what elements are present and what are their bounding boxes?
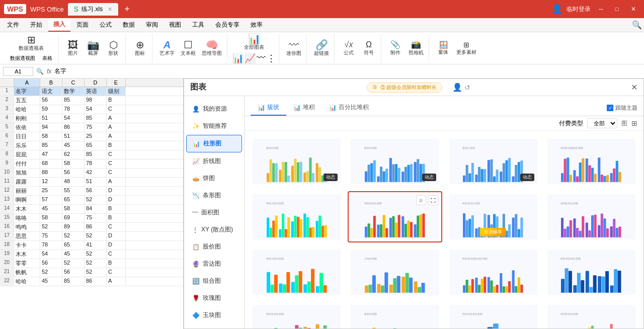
nav-rose-chart[interactable]: 🌹 玫瑰图 bbox=[186, 290, 242, 306]
nav-scatter-chart[interactable]: ⋮ XY (散点图) bbox=[186, 221, 242, 238]
cell[interactable]: 56 bbox=[40, 259, 62, 268]
cell[interactable]: 依依 bbox=[14, 123, 40, 132]
cell[interactable]: 25 bbox=[40, 187, 62, 195]
cell[interactable]: 85 bbox=[40, 141, 62, 150]
cell[interactable]: 哈哈 bbox=[14, 105, 40, 114]
cell[interactable]: D bbox=[107, 241, 126, 250]
cell[interactable]: B bbox=[107, 259, 126, 268]
cell[interactable]: 帆帆 bbox=[14, 268, 40, 277]
cell[interactable]: 85 bbox=[62, 96, 85, 105]
table-row[interactable]: 2五五568598B bbox=[0, 96, 183, 105]
cell[interactable]: 露露 bbox=[14, 178, 40, 186]
table-row[interactable]: 16鸣鸣528986C bbox=[0, 223, 183, 232]
cell[interactable]: 57 bbox=[40, 196, 62, 204]
cell[interactable]: 45 bbox=[40, 277, 62, 286]
art-text-btn[interactable]: A 艺术字 bbox=[157, 39, 177, 58]
cell[interactable]: 思思 bbox=[14, 232, 40, 240]
tab-start[interactable]: 开始 bbox=[25, 19, 47, 31]
chart-thumbnail[interactable]: 商务活泼柱形图 bbox=[250, 246, 344, 298]
cell[interactable]: 刚刚 bbox=[14, 114, 40, 123]
payment-type-select[interactable]: 全部 免费 付费 bbox=[587, 118, 617, 128]
cell[interactable]: 45 bbox=[62, 250, 85, 259]
search-icon[interactable]: 🔍 bbox=[632, 20, 642, 30]
cell[interactable]: 51 bbox=[40, 114, 62, 123]
chart-thumbnail[interactable]: 商务蓝色柱形图会员畅享 bbox=[446, 191, 540, 242]
table-row[interactable]: 11露露124851A bbox=[0, 178, 183, 187]
tab-file[interactable]: 文件 bbox=[2, 19, 24, 31]
nav-stock-chart[interactable]: 📋 股价图 bbox=[186, 238, 242, 255]
chart-grid-area[interactable]: 簇状柱形图动态簇状柱形图动态簇状柱形图动态渐变彩色簇状柱形图商务活泼柱形图商务彩… bbox=[245, 131, 643, 328]
panel-close-btn[interactable]: ✕ bbox=[631, 83, 637, 92]
cell[interactable]: 56 bbox=[62, 169, 85, 177]
cell[interactable]: 85 bbox=[62, 277, 85, 286]
icon-btn[interactable]: ⊕ 图标 bbox=[131, 39, 149, 58]
chart-thumbnail[interactable]: 商务彩虹柱形图 ☆ ⛶ bbox=[348, 191, 442, 242]
cell[interactable]: 59 bbox=[40, 105, 62, 114]
cell[interactable]: 52 bbox=[40, 268, 62, 277]
cell[interactable]: 卡卡 bbox=[14, 241, 40, 250]
minimize-btn[interactable]: ─ bbox=[595, 6, 607, 13]
cell[interactable]: C bbox=[107, 268, 126, 277]
tab-tools[interactable]: 工具 bbox=[187, 19, 209, 31]
cell[interactable]: 乐乐 bbox=[14, 141, 40, 150]
vip-banner[interactable]: ⑤ ⑤ 超级会员限时加赠时长 bbox=[367, 83, 443, 93]
chart-thumbnail[interactable]: 素材柱形图 bbox=[348, 302, 442, 328]
table-row[interactable]: 13啊啊576552D bbox=[0, 196, 183, 205]
col-header-c[interactable]: C bbox=[62, 78, 85, 87]
formula-input[interactable] bbox=[54, 68, 641, 75]
cell[interactable]: 咯咯 bbox=[14, 214, 40, 222]
cell[interactable]: 56 bbox=[40, 96, 62, 105]
nav-combo-chart[interactable]: 🔢 组合图 bbox=[186, 273, 242, 289]
nav-pie-chart[interactable]: 🥧 饼图 bbox=[186, 170, 242, 187]
cell[interactable]: 86 bbox=[62, 123, 85, 132]
cell[interactable]: 94 bbox=[40, 123, 62, 132]
cell[interactable]: 68 bbox=[40, 159, 62, 168]
table-row[interactable]: 12丽丽255556D bbox=[0, 187, 183, 196]
user-label[interactable]: 临时登录 bbox=[567, 5, 591, 14]
cell[interactable]: 屁屁 bbox=[14, 150, 40, 159]
cell[interactable]: A bbox=[107, 114, 126, 123]
cell[interactable]: C bbox=[107, 159, 126, 168]
more-materials-btn[interactable]: ⊞ 更多素材 bbox=[454, 40, 478, 57]
cell[interactable]: 45 bbox=[62, 141, 85, 150]
table-row[interactable]: 20零零565252B bbox=[0, 259, 183, 268]
close-btn[interactable]: ✕ bbox=[627, 6, 640, 13]
cell[interactable]: 51 bbox=[85, 178, 107, 186]
cell[interactable]: C bbox=[107, 150, 126, 159]
chart-thumbnail[interactable]: 簇状柱形图动态 bbox=[348, 136, 442, 187]
chart-thumbnail[interactable]: 渐变彩色簇状柱形图 bbox=[544, 136, 638, 187]
chart-thumbnail[interactable]: 渐变彩色柱形图 bbox=[544, 191, 638, 242]
nav-bar-horiz[interactable]: 📉 条形图 bbox=[186, 187, 242, 204]
cell[interactable]: 52 bbox=[85, 232, 107, 240]
cell[interactable]: A bbox=[107, 123, 126, 132]
pivot-chart-btn[interactable]: 数据透视图 bbox=[7, 54, 38, 63]
chart-thumbnail[interactable]: 渐变彩色柱形图 bbox=[544, 302, 638, 328]
nav-area-chart[interactable]: 〰 面积图 bbox=[186, 204, 242, 221]
table-row[interactable]: 5依依948675A bbox=[0, 123, 183, 132]
mind-map-btn[interactable]: 🧠 思维导图 bbox=[200, 39, 224, 58]
table-row[interactable]: 3哈哈597854C bbox=[0, 105, 183, 114]
nav-smart-recommend[interactable]: ✨ 智能推荐 bbox=[186, 118, 242, 134]
cell[interactable]: 英语 bbox=[85, 87, 107, 96]
tab-formula[interactable]: 公式 bbox=[95, 19, 117, 31]
panel-refresh-icon[interactable]: ↺ bbox=[464, 84, 470, 92]
cell[interactable]: 58 bbox=[62, 205, 85, 213]
table-row[interactable]: 22哈哈458586A bbox=[0, 277, 183, 286]
cell[interactable]: 85 bbox=[85, 114, 107, 123]
cell[interactable]: 25 bbox=[85, 132, 107, 141]
table-row[interactable]: 9付付685878C bbox=[0, 159, 183, 169]
thumb-expand-btn[interactable]: ⛶ bbox=[428, 195, 438, 205]
nav-bar-chart[interactable]: 📊 柱形图 bbox=[186, 135, 242, 152]
cell[interactable]: 41 bbox=[85, 241, 107, 250]
follow-theme-checkbox[interactable]: ✓ bbox=[607, 105, 613, 111]
avatar-icon[interactable]: 👤 bbox=[551, 4, 562, 15]
cell[interactable]: A bbox=[107, 178, 126, 186]
cell[interactable]: 12 bbox=[40, 178, 62, 186]
cell[interactable]: 54 bbox=[62, 114, 85, 123]
tab-review[interactable]: 审阅 bbox=[141, 19, 163, 31]
text-box-btn[interactable]: ☐ 文本框 bbox=[179, 39, 198, 58]
cell[interactable]: C bbox=[107, 105, 126, 114]
cell[interactable]: 65 bbox=[62, 196, 85, 204]
cell[interactable]: 48 bbox=[62, 178, 85, 186]
cell[interactable]: 65 bbox=[62, 241, 85, 250]
